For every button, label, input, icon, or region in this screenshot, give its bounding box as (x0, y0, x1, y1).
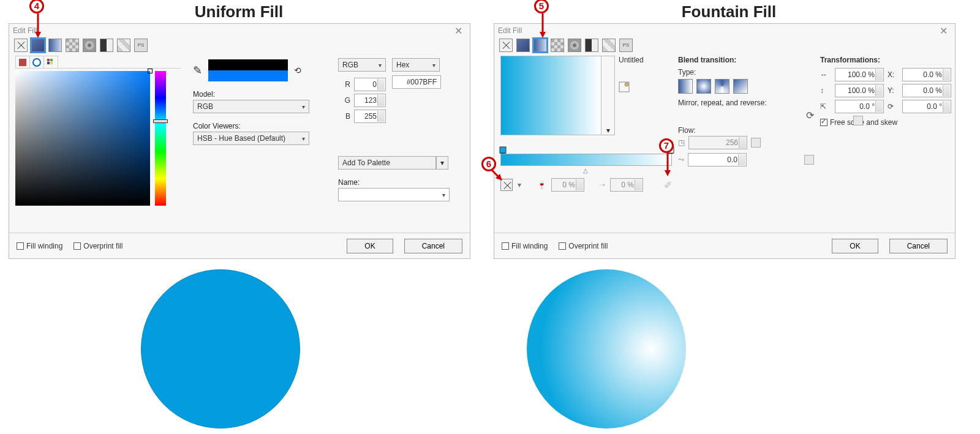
transparency-input[interactable]: 0 % (551, 178, 584, 192)
blend-transition-label: Blend transition: (678, 56, 814, 64)
acceleration-input[interactable]: 0.0 (688, 153, 747, 166)
color-mode-combo[interactable]: RGB▾ (338, 58, 386, 72)
y-input[interactable]: 0.0 % (902, 84, 951, 97)
svg-rect-16 (500, 147, 506, 153)
uniform-circle-sample (141, 269, 300, 428)
model-combo[interactable]: RGB▾ (193, 100, 309, 113)
color-wheel-tab-icon[interactable] (29, 56, 44, 68)
eyedropper-icon[interactable]: ✎ (193, 64, 202, 77)
swap-colors-icon[interactable]: ⟲ (294, 65, 301, 75)
no-fill-icon[interactable] (499, 39, 513, 52)
svg-rect-11 (50, 59, 53, 61)
two-color-fill-icon[interactable] (100, 39, 113, 52)
height-input[interactable]: 100.0 % (835, 84, 884, 97)
gradient-stop-start[interactable] (499, 146, 505, 154)
g-label: G (338, 96, 350, 105)
link-wh-icon[interactable] (853, 116, 863, 125)
free-scale-checkbox[interactable]: Free scale and skew (820, 118, 949, 127)
radial-type-icon[interactable] (696, 79, 711, 94)
fountain-fill-dialog: Edit Fill ✕ PS ▾ Untitled (494, 23, 956, 259)
skew-icon: ⇱ (820, 102, 829, 111)
swatches-tab-icon[interactable] (15, 56, 30, 68)
gradient-bar[interactable] (500, 154, 672, 166)
fountain-fill-heading: Fountain Fill (612, 2, 845, 21)
fountain-fill-icon[interactable] (533, 39, 547, 52)
no-fill-icon[interactable] (14, 39, 28, 52)
fill-winding-checkbox[interactable]: Fill winding (17, 242, 62, 250)
color-viewers-label: Color Viewers: (193, 122, 326, 130)
two-color-fill-icon[interactable] (585, 39, 598, 52)
x-input[interactable]: 0.0 % (902, 68, 951, 81)
r-input[interactable]: 0 (354, 78, 386, 91)
linear-type-icon[interactable] (678, 79, 693, 94)
pattern-fill-icon[interactable] (66, 39, 79, 52)
smooth-icon[interactable] (804, 155, 814, 165)
edit-fill-pen-icon[interactable]: ✐ (664, 179, 672, 191)
add-to-palette-dropdown-icon[interactable]: ▾ (436, 156, 448, 170)
rotate-input[interactable]: 0.0 ° (902, 100, 951, 113)
callout-4: 4 (29, 0, 44, 13)
rotate-icon: ⟳ (888, 102, 896, 111)
cancel-button[interactable]: Cancel (889, 239, 948, 253)
close-icon[interactable]: ✕ (451, 25, 466, 37)
g-input[interactable]: 123 (354, 94, 386, 107)
uniform-fill-heading: Uniform Fill (123, 2, 355, 21)
callout-7: 7 (659, 138, 674, 153)
flow-lock-icon[interactable] (751, 138, 761, 148)
name-combo[interactable]: ▾ (338, 188, 450, 201)
hue-slider[interactable] (155, 71, 166, 206)
node-no-fill-icon[interactable] (500, 179, 513, 191)
palette-tab-icon[interactable] (43, 56, 58, 68)
ok-button[interactable]: OK (347, 239, 393, 253)
type-label: Type: (678, 68, 814, 77)
ok-button[interactable]: OK (832, 239, 878, 253)
b-input[interactable]: 255 (354, 110, 386, 123)
callout-5: 5 (534, 0, 549, 13)
gradient-midpoint-icon[interactable]: △ (583, 167, 588, 174)
width-input[interactable]: 100.0 % (835, 68, 884, 81)
mirror-repeat-label: Mirror, repeat, and reverse: (678, 99, 814, 107)
transformations-label: Transformations: (820, 56, 949, 64)
close-icon[interactable]: ✕ (936, 25, 951, 37)
color-field[interactable] (15, 71, 150, 206)
flow-label: Flow: (678, 126, 814, 135)
postscript-fill-icon[interactable]: PS (619, 39, 633, 52)
flow-steps-input[interactable]: 256 (688, 136, 747, 149)
conical-type-icon[interactable] (715, 79, 729, 94)
overprint-fill-checkbox[interactable]: Overprint fill (559, 242, 608, 250)
skew-input[interactable]: 0.0 ° (835, 100, 884, 113)
dialog-title: Edit Fill (13, 26, 37, 35)
texture-fill-icon[interactable] (83, 39, 96, 52)
cancel-button[interactable]: Cancel (404, 239, 462, 253)
bitmap-fill-icon[interactable] (117, 39, 130, 52)
overprint-fill-checkbox[interactable]: Overprint fill (74, 242, 123, 250)
reverse-icon[interactable]: ⟳ (806, 110, 814, 121)
rectangular-type-icon[interactable] (733, 79, 748, 94)
uniform-fill-icon[interactable] (31, 39, 45, 52)
preview-flyout-icon[interactable]: ▾ (601, 56, 615, 135)
svg-rect-8 (19, 59, 26, 66)
bitmap-fill-icon[interactable] (602, 39, 616, 52)
svg-rect-10 (47, 59, 50, 61)
uniform-fill-icon[interactable] (516, 39, 530, 52)
fill-type-bar: PS (494, 37, 955, 56)
hex-input[interactable]: #007BFF (392, 75, 441, 89)
node-flyout-icon[interactable]: ▾ (518, 181, 521, 189)
postscript-fill-icon[interactable]: PS (134, 39, 148, 52)
dialog-titlebar: Edit Fill ✕ (9, 24, 470, 37)
gradient-preview (500, 56, 601, 135)
name-label: Name: (338, 178, 464, 187)
pattern-fill-icon[interactable] (551, 39, 564, 52)
texture-fill-icon[interactable] (568, 39, 581, 52)
fill-winding-checkbox[interactable]: Fill winding (502, 242, 548, 250)
node-position-input[interactable]: 0 % (610, 178, 643, 192)
save-preset-icon[interactable] (619, 81, 644, 94)
hex-mode-combo[interactable]: Hex▾ (392, 58, 440, 72)
add-to-palette-combo[interactable]: Add To Palette (338, 156, 436, 170)
height-icon: ↕ (820, 86, 829, 95)
old-new-swatch (208, 59, 288, 81)
fountain-fill-icon[interactable] (48, 39, 62, 52)
fountain-circle-sample (527, 269, 686, 428)
svg-rect-13 (50, 62, 53, 64)
color-viewers-combo[interactable]: HSB - Hue Based (Default)▾ (193, 132, 309, 145)
